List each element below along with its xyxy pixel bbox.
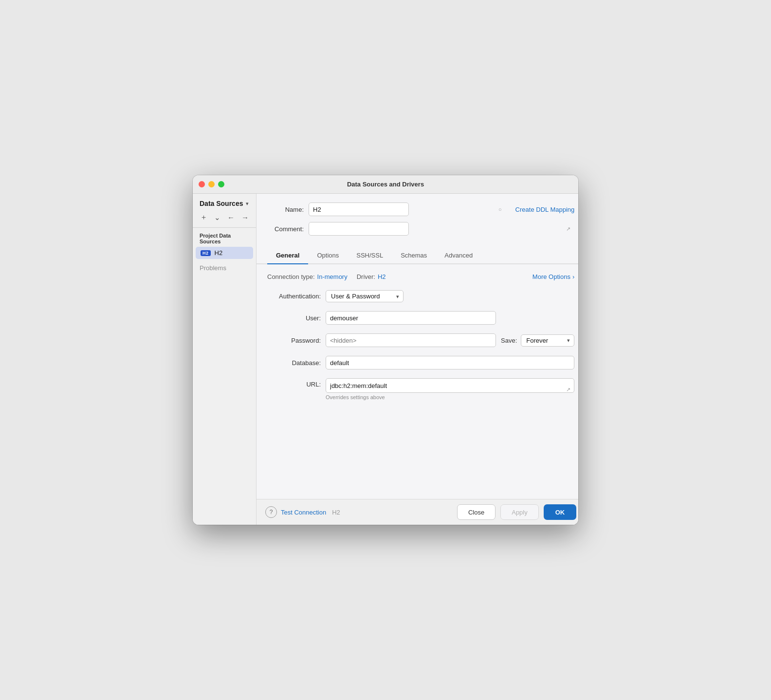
sidebar-title: Data Sources [200,200,243,207]
url-row: URL: ↗ Overrides settings above [267,378,574,400]
password-label: Password: [267,337,321,344]
database-label: Database: [267,359,321,367]
close-button[interactable]: Close [457,504,496,520]
create-ddl-link[interactable]: Create DDL Mapping [515,206,575,213]
tab-advanced[interactable]: Advanced [436,248,481,264]
authentication-row: Authentication: User & Password No auth … [267,290,574,302]
password-input[interactable] [326,333,496,347]
close-window-button[interactable] [199,181,205,187]
main-top-form: Name: ○ Create DDL Mapping Comment: ↗ [257,194,578,241]
database-input[interactable] [326,356,574,369]
comment-label: Comment: [267,225,304,233]
forward-arrow-icon: → [241,213,249,221]
save-group: Save: Forever Until restart Never ▾ [501,334,574,347]
window-title: Data Sources and Drivers [347,181,424,188]
title-bar: Data Sources and Drivers [193,175,578,194]
tab-ssh-ssl[interactable]: SSH/SSL [348,248,392,264]
comment-expand-icon: ↗ [566,226,570,232]
window-body: Data Sources ▾ ＋ ⌄ ← → Project Data Sour… [193,194,578,525]
tab-content-general: Connection type: In-memory Driver: H2 Mo… [257,264,578,499]
tab-general[interactable]: General [267,248,308,264]
main-content: Name: ○ Create DDL Mapping Comment: ↗ [257,194,578,525]
expand-button[interactable]: ⌄ [212,212,223,223]
sidebar-header: Data Sources ▾ [193,194,256,211]
comment-input[interactable] [309,222,409,236]
url-label: URL: [267,378,321,388]
tabs-bar: General Options SSH/SSL Schemas Advanced [257,243,578,264]
help-button[interactable]: ? [265,506,277,518]
authentication-select[interactable]: User & Password No auth Username only [326,290,404,302]
user-row: User: [267,311,574,325]
user-input[interactable] [326,311,496,325]
bottom-left: ? Test Connection H2 [265,506,340,518]
ok-button[interactable]: OK [544,504,577,520]
url-input-wrapper: ↗ Overrides settings above [326,378,574,400]
more-options-link[interactable]: More Options › [532,273,574,280]
problems-label: Problems [200,264,226,272]
chevron-down-icon: ▾ [246,201,249,207]
name-input[interactable] [309,203,409,216]
url-input[interactable] [326,378,574,393]
add-icon: ＋ [200,213,207,222]
more-options-chevron-icon: › [572,273,574,280]
driver-label: Driver: [357,273,375,280]
database-row: Database: [267,356,574,369]
forward-button[interactable]: → [239,212,251,223]
tab-schemas[interactable]: Schemas [392,248,436,264]
connection-type-label: Connection type: [267,273,315,280]
password-row: Password: Save: Forever Until restart Ne… [267,333,574,347]
authentication-select-wrapper: User & Password No auth Username only ▾ [326,290,404,302]
connection-type-value[interactable]: In-memory [317,273,348,280]
add-datasource-button[interactable]: ＋ [198,211,210,223]
driver-value[interactable]: H2 [378,273,386,280]
window-controls [199,181,224,187]
save-select[interactable]: Forever Until restart Never [521,334,574,347]
url-hint: Overrides settings above [326,394,574,400]
dialog-button-group: Close Apply OK [457,504,576,520]
sidebar-section-label: Project Data Sources [193,228,256,246]
h2-badge: H2 [201,250,211,256]
save-label: Save: [501,337,517,344]
sidebar: Data Sources ▾ ＋ ⌄ ← → Project Data Sour… [193,194,257,525]
maximize-window-button[interactable] [218,181,224,187]
back-arrow-icon: ← [227,213,235,221]
user-label: User: [267,314,321,322]
authentication-label: Authentication: [267,293,321,300]
chevron-icon: ⌄ [214,213,220,222]
sidebar-item-label: H2 [215,249,223,257]
minimize-window-button[interactable] [208,181,215,187]
more-options-label: More Options [532,273,570,280]
comment-row: Comment: ↗ [267,222,574,236]
sidebar-problems: Problems [193,259,256,276]
back-button[interactable]: ← [225,212,237,223]
test-connection-link[interactable]: Test Connection [281,509,326,516]
connection-type-row: Connection type: In-memory Driver: H2 Mo… [267,273,574,280]
save-select-wrapper: Forever Until restart Never ▾ [521,334,574,347]
sidebar-item-h2[interactable]: H2 H2 [196,247,253,259]
name-label: Name: [267,206,304,213]
name-row: Name: ○ Create DDL Mapping [267,203,574,216]
connection-type-left: Connection type: In-memory Driver: H2 [267,273,386,280]
question-mark-icon: ? [270,509,273,516]
tab-options[interactable]: Options [308,248,348,264]
test-db-label: H2 [332,509,340,516]
apply-button: Apply [500,504,539,520]
bottom-bar: ? Test Connection H2 Close Apply OK [257,499,578,525]
sidebar-toolbar: ＋ ⌄ ← → [193,211,256,228]
name-input-wrapper: ○ [309,203,506,216]
main-window: Data Sources and Drivers Data Sources ▾ … [193,175,578,525]
test-connection-area: Test Connection H2 [281,509,340,516]
expand-icon: ○ [498,206,502,212]
comment-input-wrapper: ↗ [309,222,574,236]
